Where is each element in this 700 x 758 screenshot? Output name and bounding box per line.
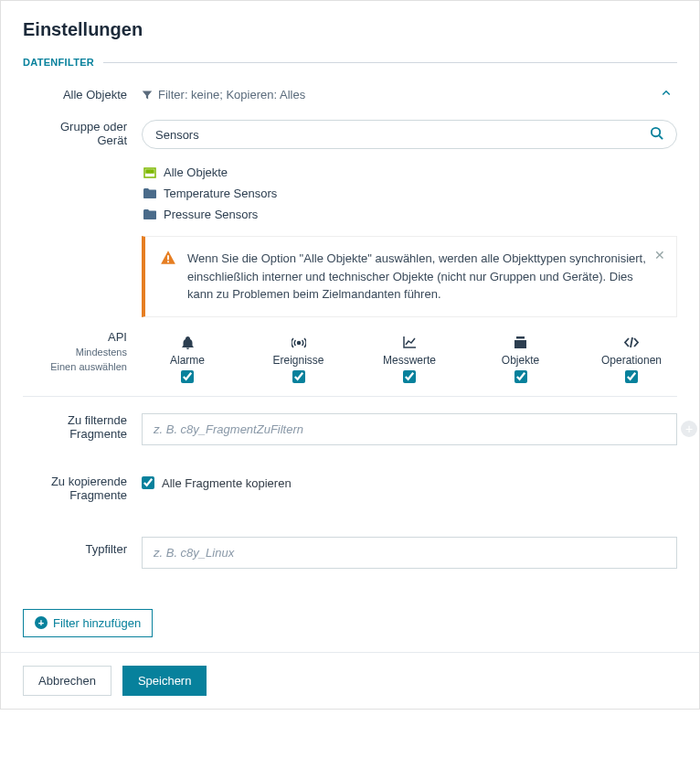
api-checkbox-objects[interactable] bbox=[514, 370, 527, 383]
broadcast-icon bbox=[292, 336, 306, 350]
object-tree: Alle Objekte Temperature Sensors Pressur… bbox=[142, 162, 677, 225]
api-item-alarms: Alarme bbox=[151, 336, 224, 383]
typefilter-input[interactable] bbox=[142, 537, 677, 569]
warning-alert: Wenn Sie die Option "Alle Objekte" auswä… bbox=[142, 236, 677, 317]
alert-text: Wenn Sie die Option "Alle Objekte" auswä… bbox=[187, 250, 662, 304]
svg-rect-4 bbox=[167, 255, 169, 260]
svg-point-0 bbox=[652, 128, 660, 136]
svg-rect-2 bbox=[146, 170, 150, 173]
api-grid: Alarme Ereignisse Messwerte bbox=[142, 330, 677, 383]
api-checkbox-measurements[interactable] bbox=[403, 370, 416, 383]
api-item-measurements: Messwerte bbox=[373, 336, 446, 383]
warning-icon bbox=[160, 250, 176, 304]
search-wrap bbox=[142, 120, 677, 149]
folder-icon bbox=[142, 209, 158, 219]
chevron-up-icon bbox=[661, 88, 677, 101]
save-button[interactable]: Speichern bbox=[122, 666, 207, 696]
filter-summary-text: Filter: keine; Kopieren: Alles bbox=[158, 88, 305, 101]
svg-point-6 bbox=[297, 341, 300, 344]
copy-all-label: Alle Fragmente kopieren bbox=[162, 476, 292, 490]
filter-icon bbox=[142, 90, 153, 101]
svg-rect-7 bbox=[516, 336, 525, 339]
filter-fragments-input[interactable] bbox=[142, 413, 677, 445]
typefilter-label: Typfilter bbox=[23, 537, 142, 556]
add-filter-button[interactable]: + Filter hinzufügen bbox=[23, 609, 153, 637]
search-input[interactable] bbox=[155, 128, 650, 142]
api-checkbox-operations[interactable] bbox=[625, 370, 638, 383]
filter-fragments-label: Zu filternde Fragmente bbox=[23, 413, 142, 441]
svg-rect-3 bbox=[151, 170, 154, 173]
tree-item[interactable]: Pressure Sensors bbox=[142, 204, 677, 225]
svg-rect-5 bbox=[167, 261, 169, 262]
filter-summary-toggle[interactable]: Filter: keine; Kopieren: Alles bbox=[142, 82, 677, 107]
code-icon bbox=[624, 336, 639, 350]
api-item-events: Ereignisse bbox=[262, 336, 335, 383]
tree-item-label: Pressure Sensors bbox=[164, 208, 258, 221]
group-all-icon bbox=[142, 167, 158, 178]
api-item-operations: Operationen bbox=[595, 336, 668, 383]
api-checkbox-alarms[interactable] bbox=[181, 370, 194, 383]
copy-fragments-label: Zu kopierende Fragmente bbox=[23, 475, 142, 502]
add-filter-label: Filter hinzufügen bbox=[53, 616, 141, 630]
copy-all-toggle[interactable]: Alle Fragmente kopieren bbox=[142, 475, 677, 490]
chart-icon bbox=[403, 336, 416, 350]
tree-item[interactable]: Temperature Sensors bbox=[142, 183, 677, 204]
tree-item-label: Temperature Sensors bbox=[164, 187, 277, 200]
api-label: API bbox=[23, 330, 127, 344]
search-icon[interactable] bbox=[650, 126, 663, 143]
footer: Abbrechen Speichern bbox=[1, 652, 699, 709]
bell-icon bbox=[182, 336, 194, 350]
folder-icon bbox=[142, 188, 158, 198]
api-item-objects: Objekte bbox=[484, 336, 557, 383]
close-icon[interactable]: ✕ bbox=[654, 246, 665, 265]
copy-all-checkbox[interactable] bbox=[142, 476, 154, 489]
section-header: DATENFILTER bbox=[23, 57, 677, 68]
svg-rect-8 bbox=[514, 340, 526, 348]
api-checkbox-events[interactable] bbox=[292, 370, 305, 383]
group-device-label: Gruppe oder Gerät bbox=[23, 120, 142, 147]
page-title: Einstellungen bbox=[23, 19, 677, 40]
api-label-col: API Mindestens Einen auswählen bbox=[23, 330, 142, 375]
cancel-button[interactable]: Abbrechen bbox=[23, 666, 111, 696]
tree-item-label: Alle Objekte bbox=[164, 165, 228, 179]
section-label: DATENFILTER bbox=[23, 57, 94, 68]
all-objects-label: Alle Objekte bbox=[23, 82, 142, 101]
add-fragment-button[interactable]: + bbox=[681, 421, 697, 437]
objects-icon bbox=[514, 336, 526, 350]
tree-item-all[interactable]: Alle Objekte bbox=[142, 162, 677, 183]
plus-icon: + bbox=[35, 616, 48, 629]
